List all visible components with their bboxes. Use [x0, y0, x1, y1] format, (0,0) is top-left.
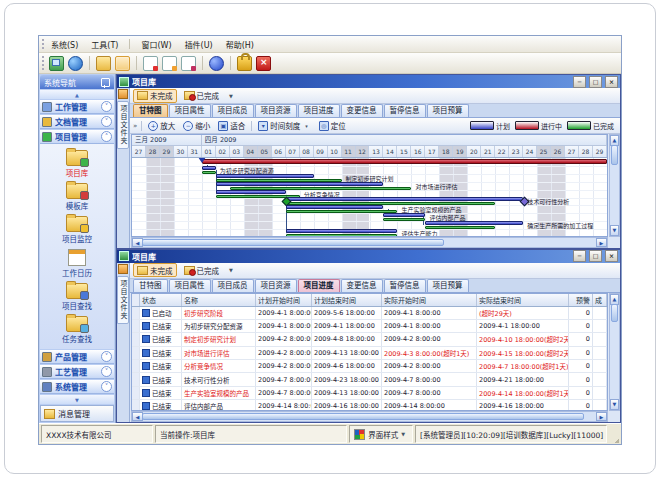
report-edit-icon[interactable] [162, 56, 177, 71]
scrollbar-thumb[interactable] [611, 145, 618, 165]
scroll-up-button[interactable]: ▲ [610, 294, 619, 305]
gantt-plan-bar[interactable] [216, 190, 286, 194]
sidebar-item[interactable]: 项目查找 [62, 280, 92, 311]
tab-甘特图[interactable]: 甘特图 [133, 279, 168, 292]
row-selector[interactable] [132, 333, 140, 345]
sidebar-item[interactable]: 模板库 [66, 180, 89, 211]
drag-grip[interactable] [42, 56, 47, 70]
sidebar-group-collapsed[interactable]: 工作管理˅ [40, 100, 114, 114]
tab-项目成员[interactable]: 项目成员 [212, 279, 254, 292]
sidebar-item[interactable]: 工作日历 [62, 246, 92, 278]
column-header[interactable]: 计划开始时间 [256, 294, 312, 306]
chevron-down-icon[interactable]: ˅ [101, 116, 112, 127]
stop-icon[interactable] [256, 56, 271, 71]
unfinished-button[interactable]: 未完成 [133, 89, 177, 103]
table-vertical-scrollbar[interactable]: ▲ ▼ [609, 293, 620, 412]
project-folder-tab[interactable]: 项目文件夹 [117, 276, 129, 324]
gantt-window-titlebar[interactable]: 项目库 ─□× [117, 75, 620, 88]
message-management-tab[interactable]: 消息管理 [40, 405, 114, 422]
chevron-up-icon[interactable]: ˄ [101, 131, 112, 142]
finished-button[interactable]: 已完成 [180, 263, 224, 277]
scroll-right-button[interactable]: ▶ [596, 412, 607, 421]
tab-项目预算[interactable]: 项目预算 [427, 279, 469, 292]
chevron-down-icon[interactable]: ˅ [101, 366, 112, 377]
gantt-plan-bar[interactable] [286, 205, 384, 209]
menu-item[interactable]: 系统(S) [49, 38, 80, 51]
menu-item[interactable]: 窗口(W) [139, 38, 173, 51]
zoom-in-button[interactable]: +放大 [146, 120, 177, 131]
table-row[interactable]: 已结束技术可行性分析2009-4-7 8:00:002009-4-23 18:0… [132, 373, 607, 386]
gantt-plan-bar[interactable] [202, 166, 216, 170]
menu-item[interactable]: 工具(T) [89, 38, 120, 51]
dropdown-arrow-icon[interactable]: ▼ [226, 267, 236, 273]
sidebar-item[interactable]: 项目库 [66, 147, 89, 178]
sidebar-group-expanded[interactable]: 项目管理˄ [40, 130, 114, 144]
help-icon[interactable] [209, 56, 224, 71]
maximize-button[interactable]: □ [589, 76, 602, 88]
overflow-chevron-icon[interactable]: » [133, 122, 137, 130]
close-button[interactable]: × [605, 250, 618, 262]
close-button[interactable]: × [605, 76, 618, 88]
tab-项目进度[interactable]: 项目进度 [298, 104, 340, 117]
scrollbar-thumb[interactable] [611, 304, 618, 322]
row-selector[interactable] [132, 387, 140, 399]
sidebar-scroll-down[interactable]: ▼ [40, 395, 114, 404]
scroll-down-button[interactable]: ▼ [610, 225, 619, 236]
gantt-plan-bar[interactable] [286, 229, 398, 233]
pin-icon[interactable] [101, 78, 110, 87]
scrollbar-thumb[interactable] [142, 239, 444, 246]
folder-open-icon[interactable] [115, 56, 130, 71]
tab-项目进度[interactable]: 项目进度 [298, 279, 340, 292]
gantt-summary-bar[interactable] [202, 159, 607, 164]
sidebar-group-collapsed[interactable]: 产品管理˅ [40, 350, 114, 364]
sidebar-item[interactable]: 项目文档查找 [55, 346, 100, 349]
table-row[interactable]: 已结束制定初步研究计划2009-4-2 8:00:002009-4-8 18:0… [132, 333, 607, 346]
maximize-button[interactable]: □ [589, 250, 602, 262]
minimize-button[interactable]: ─ [573, 250, 586, 262]
tab-项目成员[interactable]: 项目成员 [212, 104, 254, 117]
table-row[interactable]: 已启动初步研究阶段2009-4-1 8:00:002009-5-6 18:00:… [132, 307, 607, 320]
table-window-titlebar[interactable]: 项目库 ─□× [117, 250, 620, 263]
report-delete-icon[interactable] [181, 56, 196, 71]
column-header[interactable]: 名称 [182, 294, 256, 306]
menu-item[interactable]: 帮助(H) [224, 38, 256, 51]
finished-button[interactable]: 已完成 [180, 89, 224, 103]
sidebar-group-collapsed[interactable]: 系统管理˅ [40, 380, 114, 394]
table-row[interactable]: 已结束分析竞争情况2009-4-2 8:00:002009-4-6 18:00:… [132, 360, 607, 373]
zoom-out-button[interactable]: −缩小 [181, 120, 212, 131]
project-folder-tab[interactable]: 项目文件夹 [117, 101, 129, 149]
menu-item[interactable]: 插件(U) [183, 38, 215, 51]
sidebar-group-collapsed[interactable]: 工艺管理˅ [40, 365, 114, 379]
row-selector[interactable] [132, 360, 140, 372]
tab-暂停信息[interactable]: 暂停信息 [384, 279, 426, 292]
minimize-button[interactable]: ─ [573, 76, 586, 88]
table-row[interactable]: 已结束生产实验室规模的产品2009-4-7 8:00:002009-4-13 1… [132, 387, 607, 400]
table-row[interactable]: 已结束为初步研究分配资源2009-4-1 8:00:002009-4-1 18:… [132, 320, 607, 333]
row-selector[interactable] [132, 347, 140, 359]
tab-暂停信息[interactable]: 暂停信息 [384, 104, 426, 117]
computer-icon[interactable] [49, 56, 64, 71]
row-selector[interactable] [132, 320, 140, 332]
sidebar-item[interactable]: 任务查找 [62, 313, 92, 344]
unfinished-button[interactable]: 未完成 [133, 263, 177, 277]
sidebar-item[interactable]: 项目监控 [62, 213, 92, 244]
drag-grip[interactable] [42, 39, 47, 49]
column-header[interactable]: 状态 [140, 294, 182, 306]
dropdown-arrow-icon[interactable]: ▼ [226, 93, 236, 99]
tab-项目预算[interactable]: 项目预算 [427, 104, 469, 117]
table-row[interactable]: 已结束对市场进行评估2009-4-2 8:00:002009-4-13 18:0… [132, 347, 607, 360]
timescale-button[interactable]: ▾时间刻度▾ [256, 120, 313, 131]
gantt-actual-bar[interactable] [383, 218, 425, 221]
column-header[interactable]: 预警 [569, 294, 593, 306]
folder-icon[interactable] [96, 56, 111, 71]
tab-甘特图[interactable]: 甘特图 [133, 104, 168, 117]
tab-项目属性[interactable]: 项目属性 [169, 279, 211, 292]
tab-项目资源[interactable]: 项目资源 [255, 104, 297, 117]
scroll-right-button[interactable]: ▶ [596, 238, 607, 247]
lock-icon[interactable] [237, 56, 252, 71]
resize-grip[interactable] [609, 425, 619, 443]
fit-button[interactable]: ▣适合 [216, 120, 247, 131]
gantt-plan-bar[interactable] [383, 213, 425, 217]
table-row[interactable]: 已结束评估内部产品2009-4-14 8:00:002009-4-16 18:0… [132, 400, 607, 411]
gantt-vertical-scrollbar[interactable]: ▲ ▼ [609, 134, 620, 237]
